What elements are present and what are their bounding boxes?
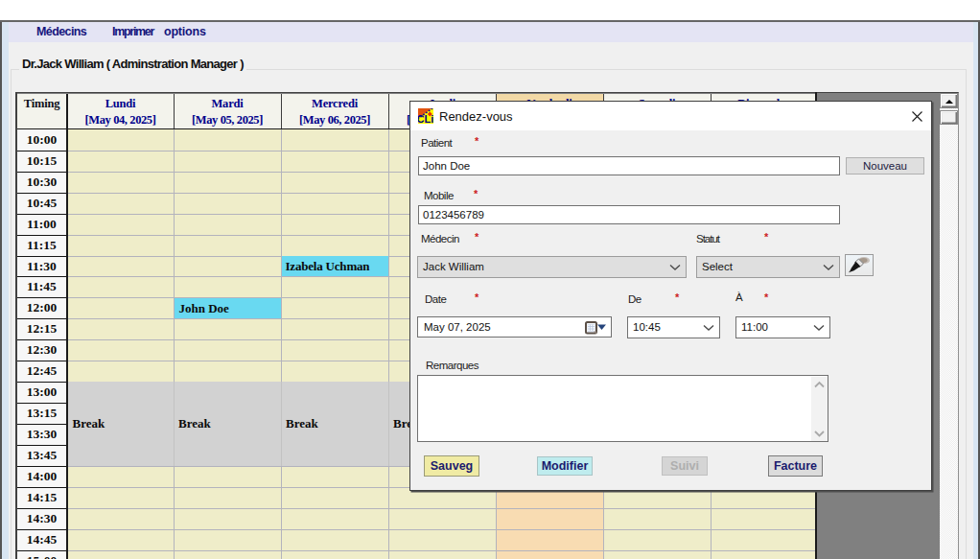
svg-text:CLi: CLi (418, 113, 433, 124)
